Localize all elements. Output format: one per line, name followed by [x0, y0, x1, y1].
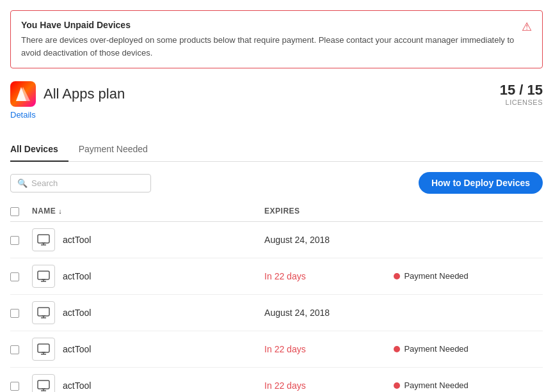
- device-icon: [32, 228, 55, 251]
- table-header-row: NAME ↓ EXPIRES: [10, 201, 543, 221]
- svg-marker-1: [16, 87, 30, 101]
- table-row: actTool In 22 days Payment Needed: [10, 331, 543, 367]
- row-checkbox[interactable]: [10, 309, 19, 318]
- payment-badge: Payment Needed: [394, 271, 536, 281]
- table-row: actTool August 24, 2018: [10, 221, 543, 258]
- row-status-cell: [387, 294, 543, 331]
- row-checkbox-cell: [10, 294, 26, 331]
- toolbar: 🔍 How to Deploy Devices: [10, 172, 543, 194]
- row-status-cell: Payment Needed: [387, 367, 543, 392]
- row-checkbox[interactable]: [10, 272, 19, 281]
- svg-rect-18: [38, 380, 49, 389]
- deploy-button[interactable]: How to Deploy Devices: [419, 172, 543, 194]
- device-icon: [32, 265, 55, 288]
- alert-banner: You Have Unpaid Devices There are device…: [10, 10, 543, 68]
- device-name: actTool: [63, 308, 91, 318]
- search-icon: 🔍: [17, 178, 28, 188]
- svg-rect-2: [38, 235, 49, 243]
- row-checkbox[interactable]: [10, 382, 19, 391]
- search-box[interactable]: 🔍: [10, 174, 151, 192]
- expires-value: August 24, 2018: [264, 308, 330, 318]
- payment-label: Payment Needed: [404, 271, 468, 281]
- row-name-cell: actTool: [26, 258, 258, 294]
- tab-payment-needed[interactable]: Payment Needed: [79, 137, 158, 162]
- col-expires-header: EXPIRES: [258, 201, 387, 221]
- row-expires-cell: In 22 days: [258, 258, 387, 294]
- col-checkbox-header: [10, 201, 26, 221]
- row-expires-cell: August 24, 2018: [258, 294, 387, 331]
- plan-title-group: All Apps plan: [10, 81, 125, 107]
- sort-icon: ↓: [58, 207, 62, 215]
- device-icon: [32, 338, 55, 361]
- row-expires-cell: August 24, 2018: [258, 221, 387, 258]
- table-row: actTool In 22 days Payment Needed: [10, 367, 543, 392]
- devices-table: NAME ↓ EXPIRES: [10, 201, 543, 392]
- table-row: actTool August 24, 2018: [10, 294, 543, 331]
- row-status-cell: [387, 221, 543, 258]
- col-status-header: [387, 201, 543, 221]
- alert-body: There are devices over-deployed on some …: [21, 34, 532, 59]
- row-checkbox-cell: [10, 258, 26, 294]
- row-expires-cell: In 22 days: [258, 367, 387, 392]
- table-row: actTool In 22 days Payment Needed: [10, 258, 543, 294]
- expires-value: In 22 days: [264, 380, 306, 391]
- tabs-bar: All Devices Payment Needed: [10, 137, 543, 162]
- payment-dot: [394, 346, 400, 352]
- payment-label: Payment Needed: [404, 344, 468, 354]
- svg-rect-14: [38, 344, 49, 352]
- expires-value: In 22 days: [264, 271, 306, 281]
- warning-icon: ⚠: [522, 20, 532, 34]
- payment-dot: [394, 382, 400, 389]
- payment-badge: Payment Needed: [394, 380, 536, 390]
- row-checkbox[interactable]: [10, 345, 19, 354]
- licenses-badge: 15 / 15 LICENSES: [500, 82, 543, 106]
- device-name: actTool: [63, 235, 91, 245]
- device-name: actTool: [63, 271, 91, 281]
- expires-value: August 24, 2018: [264, 235, 330, 245]
- expires-value: In 22 days: [264, 344, 306, 354]
- row-checkbox-cell: [10, 367, 26, 392]
- alert-title: You Have Unpaid Devices: [21, 20, 532, 30]
- details-link[interactable]: Details: [10, 110, 36, 120]
- row-status-cell: Payment Needed: [387, 258, 543, 294]
- row-expires-cell: In 22 days: [258, 331, 387, 367]
- device-icon: [32, 374, 55, 392]
- adobe-logo: [10, 81, 36, 107]
- row-name-cell: actTool: [26, 221, 258, 258]
- select-all-checkbox[interactable]: [10, 207, 19, 216]
- plan-title: All Apps plan: [44, 86, 125, 102]
- device-icon: [32, 301, 55, 324]
- device-name: actTool: [63, 380, 91, 391]
- licenses-count: 15 / 15: [500, 82, 543, 98]
- svg-rect-6: [38, 271, 49, 279]
- search-input[interactable]: [31, 178, 144, 188]
- payment-badge: Payment Needed: [394, 344, 536, 354]
- row-checkbox-cell: [10, 221, 26, 258]
- row-name-cell: actTool: [26, 367, 258, 392]
- row-checkbox[interactable]: [10, 236, 19, 245]
- row-status-cell: Payment Needed: [387, 331, 543, 367]
- plan-header: All Apps plan 15 / 15 LICENSES: [10, 81, 543, 107]
- row-checkbox-cell: [10, 331, 26, 367]
- payment-label: Payment Needed: [404, 380, 468, 390]
- row-name-cell: actTool: [26, 294, 258, 331]
- row-name-cell: actTool: [26, 331, 258, 367]
- payment-dot: [394, 273, 400, 279]
- device-name: actTool: [63, 344, 91, 354]
- licenses-label: LICENSES: [500, 98, 543, 106]
- svg-rect-10: [38, 308, 49, 316]
- col-name-header: NAME ↓: [26, 201, 258, 221]
- tab-all-devices[interactable]: All Devices: [10, 137, 68, 162]
